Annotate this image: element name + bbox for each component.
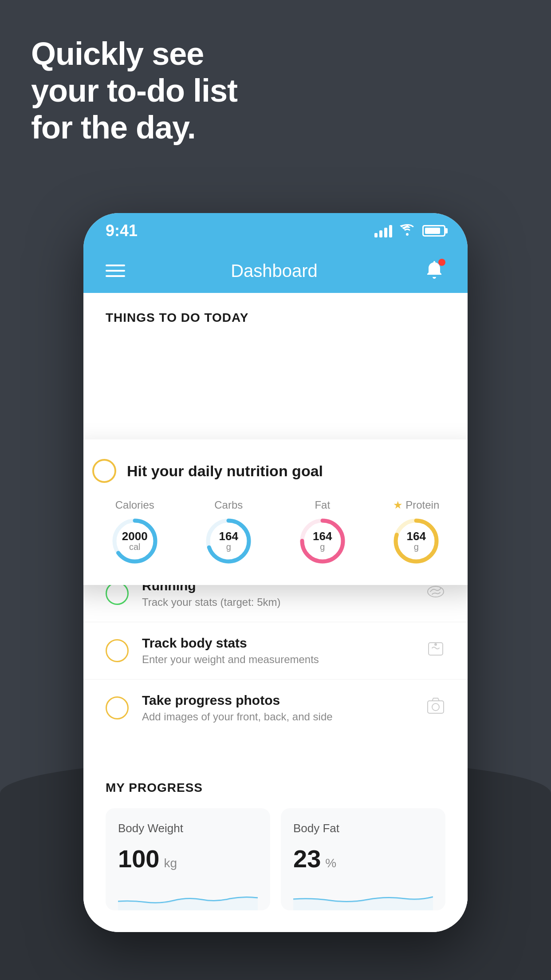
star-icon: ★ xyxy=(393,499,403,511)
todo-list: Running Track your stats (target: 5km) T… xyxy=(83,565,468,736)
body-weight-value: 100 xyxy=(118,844,159,873)
carbs-unit: g xyxy=(219,542,238,552)
calories-unit: cal xyxy=(122,542,148,552)
carbs-value: 164 xyxy=(219,530,238,542)
todo-running-subtitle: Track your stats (target: 5km) xyxy=(142,596,413,609)
nav-bar: Dashboard xyxy=(83,249,468,293)
svg-point-10 xyxy=(435,644,437,645)
body-fat-unit: % xyxy=(325,856,336,870)
things-to-do-header: THINGS TO DO TODAY xyxy=(83,293,468,334)
svg-rect-11 xyxy=(428,701,444,713)
nutrition-carbs: Carbs 164 g xyxy=(204,499,253,565)
todo-progress-photos[interactable]: Take progress photos Add images of your … xyxy=(83,679,468,736)
hero-line2: your to-do list xyxy=(31,72,237,109)
menu-button[interactable] xyxy=(106,265,125,277)
hero-line1: Quickly see xyxy=(31,36,237,72)
notification-button[interactable] xyxy=(423,259,445,283)
fat-label: Fat xyxy=(315,499,330,511)
scale-icon xyxy=(426,639,445,663)
main-content: THINGS TO DO TODAY Hit your daily nutrit… xyxy=(83,293,468,932)
progress-header: MY PROGRESS xyxy=(97,781,454,795)
calories-label: Calories xyxy=(115,499,154,511)
nutrition-fat: Fat 164 g xyxy=(298,499,347,565)
nutrition-calories: Calories 2000 cal xyxy=(110,499,159,565)
todo-photos-title: Take progress photos xyxy=(142,693,413,708)
todo-stats-subtitle: Enter your weight and measurements xyxy=(142,653,413,666)
status-icons xyxy=(374,223,445,239)
todo-running-checkbox[interactable] xyxy=(106,582,129,605)
fat-chart: 164 g xyxy=(298,517,347,565)
body-weight-title: Body Weight xyxy=(118,822,258,835)
progress-section: MY PROGRESS Body Weight 100 kg xyxy=(83,763,468,924)
carbs-label: Carbs xyxy=(214,499,243,511)
todo-photos-checkbox[interactable] xyxy=(106,696,129,719)
wifi-icon xyxy=(399,223,415,239)
body-weight-unit: kg xyxy=(164,856,177,870)
protein-label: ★ Protein xyxy=(393,499,439,511)
body-weight-chart xyxy=(118,884,258,910)
nutrition-card-title: Hit your daily nutrition goal xyxy=(127,462,323,480)
todo-photos-subtitle: Add images of your front, back, and side xyxy=(142,711,413,723)
todo-body-stats[interactable]: Track body stats Enter your weight and m… xyxy=(83,622,468,679)
task-checkbox[interactable] xyxy=(92,459,116,483)
calories-chart: 2000 cal xyxy=(110,517,159,565)
body-fat-value: 23 xyxy=(293,844,321,873)
battery-icon xyxy=(422,225,445,237)
nutrition-protein: ★ Protein 164 g xyxy=(392,499,441,565)
body-fat-chart xyxy=(293,884,433,910)
body-fat-card[interactable]: Body Fat 23 % xyxy=(281,808,445,910)
protein-chart: 164 g xyxy=(392,517,441,565)
protein-value: 164 xyxy=(407,530,426,542)
fat-value: 164 xyxy=(313,530,332,542)
body-weight-card[interactable]: Body Weight 100 kg xyxy=(106,808,270,910)
protein-unit: g xyxy=(407,542,426,552)
todo-stats-checkbox[interactable] xyxy=(106,639,129,662)
status-bar: 9:41 xyxy=(83,213,468,249)
hero-text: Quickly see your to-do list for the day. xyxy=(31,36,237,146)
progress-cards: Body Weight 100 kg Body Fat xyxy=(97,808,454,910)
hero-line3: for the day. xyxy=(31,109,237,146)
nutrition-grid: Calories 2000 cal Carbs xyxy=(92,499,459,565)
nav-title: Dashboard xyxy=(231,261,318,281)
svg-point-12 xyxy=(432,703,439,711)
body-fat-title: Body Fat xyxy=(293,822,433,835)
fat-unit: g xyxy=(313,542,332,552)
running-icon xyxy=(426,582,445,605)
todo-stats-title: Track body stats xyxy=(142,636,413,651)
phone-frame: 9:41 Dashboard xyxy=(83,213,468,932)
carbs-chart: 164 g xyxy=(204,517,253,565)
signal-icon xyxy=(374,224,392,237)
nutrition-card: Hit your daily nutrition goal Calories 2… xyxy=(83,439,468,585)
calories-value: 2000 xyxy=(122,530,148,542)
status-time: 9:41 xyxy=(106,221,138,240)
notification-dot xyxy=(438,259,445,266)
photo-icon xyxy=(426,696,445,720)
